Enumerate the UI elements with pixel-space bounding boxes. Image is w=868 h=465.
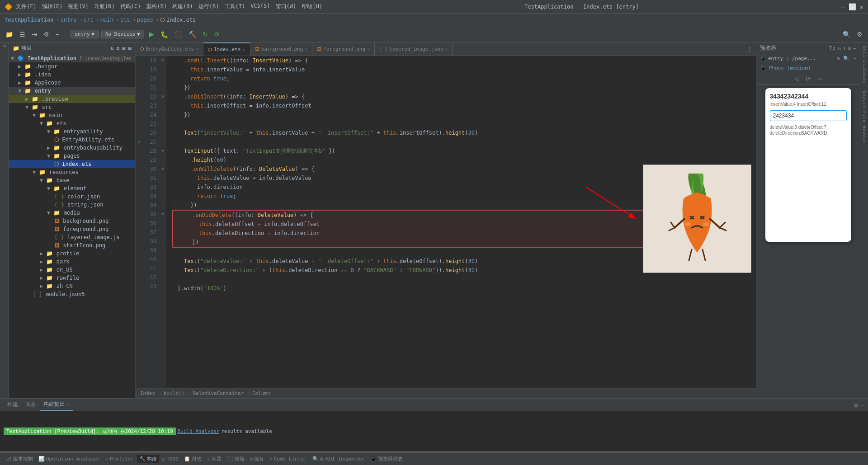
- tab-background[interactable]: 🖼 background.png ✕: [250, 42, 313, 56]
- toolbar-operation-analyzer[interactable]: 📊 Operation Analyzer: [36, 455, 102, 463]
- tab-layered[interactable]: { } layered_image.json ✕: [375, 42, 453, 56]
- bottom-tab-build-output[interactable]: 构建输出 ✕: [40, 399, 73, 411]
- device-file-browse-label[interactable]: Device File Browse: [861, 87, 868, 147]
- settings-icon[interactable]: ⚙: [855, 30, 864, 39]
- tab-entryability[interactable]: ⬡ EntryAbility.ets ✕: [136, 42, 203, 56]
- run-button[interactable]: ▶: [147, 29, 156, 39]
- tree-base[interactable]: ▼ 📁 base: [9, 176, 135, 184]
- menu-nav[interactable]: 导航(N): [94, 3, 115, 10]
- tree-zh-cn[interactable]: ▶ 📁 zh_CN: [9, 282, 135, 290]
- close-icon[interactable]: ✕: [367, 47, 370, 52]
- menu-run[interactable]: 运行(R): [198, 3, 219, 10]
- device-selector[interactable]: No Devices ▼: [101, 30, 144, 38]
- download-icon[interactable]: ⬇: [843, 45, 846, 52]
- breadcrumb-item[interactable]: pages: [137, 17, 153, 23]
- tab-overflow-icon[interactable]: ⋮: [743, 42, 756, 56]
- inspector-icon[interactable]: 🔍: [843, 56, 849, 61]
- debug-button[interactable]: 🐛: [159, 30, 170, 39]
- breadcrumb-index[interactable]: Index: [140, 390, 155, 396]
- refresh-preview-icon[interactable]: ↻: [838, 45, 841, 52]
- entry-selector[interactable]: entry ▼: [71, 30, 99, 38]
- menu-code[interactable]: 代码(C): [120, 3, 141, 10]
- toolbar-services[interactable]: ⚙ 服务: [248, 455, 267, 463]
- tree-layered-image[interactable]: { } layered_image.js: [9, 233, 135, 241]
- close-preview-icon[interactable]: −: [853, 45, 856, 52]
- more-controls-icon[interactable]: ⋯: [818, 75, 822, 82]
- breadcrumb-build[interactable]: build(): [164, 390, 184, 396]
- settings-preview-icon[interactable]: ⚙: [848, 45, 851, 52]
- tree-preview[interactable]: ▶ 📁 .preview: [9, 95, 135, 103]
- tree-foreground-png[interactable]: 🖼 foreground.png: [9, 225, 135, 233]
- tree-media[interactable]: ▼ 📁 media: [9, 209, 135, 217]
- breadcrumb-item[interactable]: entry: [61, 17, 77, 23]
- menu-bar[interactable]: 文件(F) 编辑(E) 视图(V) 导航(N) 代码(C) 重构(B) 构建(B…: [16, 3, 322, 10]
- structure-icon[interactable]: ☰: [18, 30, 27, 39]
- tree-element[interactable]: ▼ 📁 element: [9, 184, 135, 193]
- tree-hvigor[interactable]: ▶ 📁 .hvigor: [9, 62, 135, 70]
- menu-edit[interactable]: 编辑(E): [42, 3, 63, 10]
- breadcrumb-item[interactable]: ets: [120, 17, 130, 23]
- tree-background-png[interactable]: 🖼 background.png: [9, 217, 135, 225]
- more-icon[interactable]: ⋯: [853, 56, 856, 61]
- back-button[interactable]: ◁: [794, 75, 798, 82]
- indent-icon[interactable]: ⇥: [30, 30, 39, 39]
- tree-pages[interactable]: ▼ 📁 pages: [9, 152, 135, 160]
- toolbar-build[interactable]: 🔨 构建: [137, 455, 159, 463]
- toolbar-issues[interactable]: ⚠ 问题: [205, 455, 224, 463]
- close-icon[interactable]: ✕: [196, 47, 198, 52]
- expand-icon[interactable]: ⊞: [123, 45, 126, 52]
- window-controls[interactable]: − ⬜ ✕: [841, 3, 863, 10]
- tree-profile[interactable]: ▶ 📁 profile: [9, 249, 135, 258]
- toolbar-arkui-inspector[interactable]: 🔍 ArkUI Inspector: [310, 455, 367, 463]
- settings-icon[interactable]: ⚙: [116, 45, 119, 52]
- tree-module-json[interactable]: { } module.json5: [9, 290, 135, 298]
- bookmark-icon[interactable]: B: [2, 44, 7, 47]
- toolbar-profiler[interactable]: ✈ Profiler: [103, 455, 136, 463]
- rotate-button[interactable]: ⟳: [806, 75, 811, 82]
- tree-index-file[interactable]: ⬡ Index.ets: [9, 160, 135, 168]
- tree-src[interactable]: ▼ 📁 src: [9, 103, 135, 111]
- tree-idea[interactable]: ▶ 📁 .idea: [9, 70, 135, 79]
- toolbar-terminal[interactable]: ⬛ 终端: [225, 455, 247, 463]
- tree-ets[interactable]: ▼ 📁 ets: [9, 119, 135, 127]
- refresh-button[interactable]: ⟳: [212, 30, 222, 39]
- toolbar-log[interactable]: 📋 日志: [182, 455, 204, 463]
- menu-help[interactable]: 帮助(H): [302, 3, 322, 10]
- menu-view[interactable]: 视图(V): [68, 3, 89, 10]
- breadcrumb-item[interactable]: main: [100, 17, 113, 23]
- grid-view-icon[interactable]: ⊞: [837, 56, 840, 61]
- panel-settings-icon[interactable]: ⚙: [854, 401, 858, 409]
- tab-index[interactable]: ⬡ Index.ets ✕: [203, 42, 250, 56]
- close-icon[interactable]: ✕: [445, 47, 448, 52]
- sync-button[interactable]: ↻: [201, 30, 210, 39]
- tab-foreground[interactable]: 🖼 foreground.png ✕: [312, 42, 375, 56]
- tree-main[interactable]: ▼ 📁 main: [9, 111, 135, 119]
- stop-button[interactable]: ⬛: [173, 30, 184, 39]
- sort-icon[interactable]: ⇅: [110, 45, 113, 52]
- menu-vcs[interactable]: VCS(S): [250, 3, 270, 10]
- breadcrumb-file[interactable]: Index.ets: [166, 17, 196, 23]
- tree-root[interactable]: ▼ 🔷 TestApplication E:\nana\Desktop\Tes: [9, 54, 135, 62]
- menu-tools[interactable]: 工具(T): [225, 3, 245, 10]
- toolbar-version-control[interactable]: ⎇ 版本控制: [4, 455, 35, 463]
- toolbar-todo[interactable]: ☑ TODO: [160, 455, 181, 463]
- toolbar-code-linter[interactable]: ✓ Code Linter: [267, 455, 309, 463]
- settings-gear-icon[interactable]: ⚙: [42, 30, 51, 39]
- toolbar-preview-log[interactable]: 📱 预览器日志: [368, 455, 405, 463]
- tree-appscope[interactable]: ▶ 📁 AppScope: [9, 79, 135, 87]
- menu-window[interactable]: 窗口(W): [276, 3, 297, 10]
- menu-build[interactable]: 构建(B): [172, 3, 193, 10]
- bottom-tab-build[interactable]: 构建: [4, 399, 22, 411]
- tree-string-json[interactable]: { } string.json: [9, 201, 135, 209]
- code-editor[interactable]: ✓ 1819202122232425 2627282930313233 3435…: [136, 56, 756, 388]
- close-icon[interactable]: ✕: [305, 47, 307, 52]
- tree-rawfile[interactable]: ▶ 📁 rawfile: [9, 274, 135, 282]
- close-icon[interactable]: ✕: [243, 47, 245, 52]
- tree-color-json[interactable]: { } color.json: [9, 193, 135, 201]
- menu-refactor[interactable]: 重构(B): [146, 3, 167, 10]
- tree-entryability[interactable]: ▼ 📁 entryability: [9, 127, 135, 136]
- build-analyzer-link[interactable]: Build_Analyzer: [178, 428, 220, 434]
- tree-dark[interactable]: ▶ 📁 dark: [9, 258, 135, 266]
- tree-starticon-png[interactable]: 🖼 startIcon.png: [9, 241, 135, 249]
- tree-entryability-file[interactable]: ⬡ EntryAbility.ets: [9, 136, 135, 144]
